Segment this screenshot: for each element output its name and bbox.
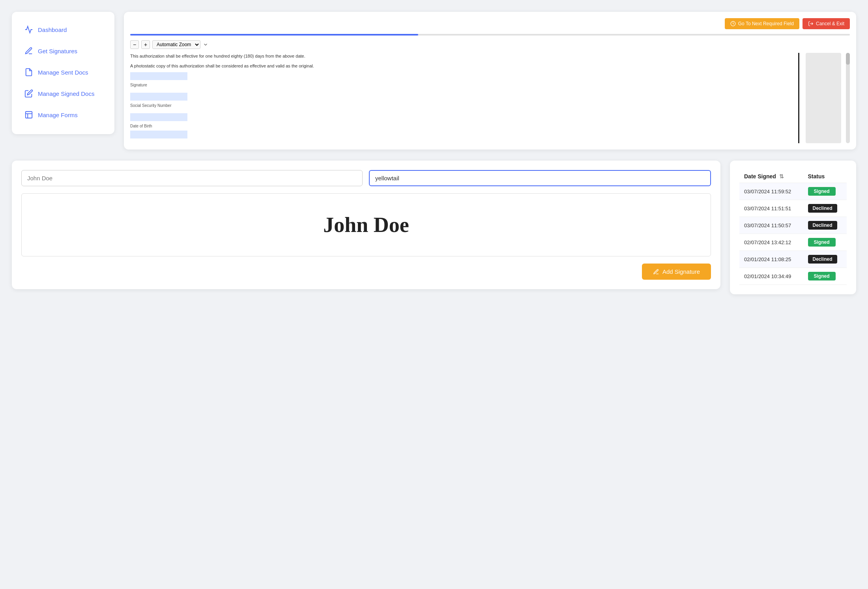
- edit-doc-icon: [24, 89, 33, 98]
- doc-viewer-panel: Go To Next Required Field Cancel & Exit …: [124, 12, 856, 150]
- sig-name-input[interactable]: [21, 170, 363, 186]
- cell-status: Signed: [803, 183, 847, 200]
- col-date-signed[interactable]: Date Signed ⇅: [739, 170, 803, 183]
- doc-scrollbar-thumb[interactable]: [846, 53, 850, 65]
- signature-field-group: Signature: [130, 72, 792, 88]
- doc-vertical-separator: [798, 53, 799, 143]
- zoom-in-button[interactable]: +: [141, 40, 150, 49]
- signature-field-box[interactable]: [130, 72, 187, 80]
- cell-status: Signed: [803, 234, 847, 251]
- cell-date: 03/07/2024 11:51:51: [739, 200, 803, 217]
- progress-fill: [130, 34, 418, 36]
- sidebar-item-label: Manage Signed Docs: [38, 90, 94, 97]
- table-row: 02/01/2024 10:34:49Signed: [739, 268, 847, 285]
- chart-icon: [24, 25, 33, 34]
- sidebar-item-label: Manage Forms: [38, 112, 78, 118]
- next-required-field-button[interactable]: Go To Next Required Field: [725, 18, 799, 29]
- cell-status: Declined: [803, 200, 847, 217]
- status-badge: Signed: [808, 187, 836, 196]
- dob-field-box-2[interactable]: [130, 131, 187, 138]
- sidebar-item-dashboard[interactable]: Dashboard: [18, 20, 108, 39]
- doc-text: This authorization shall be effective fo…: [130, 53, 792, 143]
- svg-rect-0: [26, 112, 32, 118]
- signature-panel: John Doe Add Signature: [12, 161, 720, 289]
- sidebar-item-label: Manage Sent Docs: [38, 69, 88, 76]
- progress-bar: [130, 34, 850, 36]
- doc-thumbnail-sidebar: [806, 53, 841, 143]
- cell-date: 02/01/2024 10:34:49: [739, 268, 803, 285]
- table-row: 03/07/2024 11:50:57Declined: [739, 217, 847, 234]
- sidebar-item-manage-sent[interactable]: Manage Sent Docs: [18, 62, 108, 82]
- sig-preview-text: John Doe: [323, 213, 409, 237]
- doc-para-1: This authorization shall be effective fo…: [130, 53, 792, 60]
- sidebar-item-manage-signed[interactable]: Manage Signed Docs: [18, 84, 108, 103]
- ssn-field-box[interactable]: [130, 93, 187, 101]
- zoom-toolbar: − + Automatic Zoom: [130, 40, 850, 49]
- status-badge: Signed: [808, 238, 836, 247]
- doc-para-2: A photostatic copy of this authorization…: [130, 63, 792, 69]
- status-badge: Declined: [808, 221, 837, 230]
- sig-canvas[interactable]: John Doe: [21, 193, 711, 256]
- doc-toolbar: Go To Next Required Field Cancel & Exit: [130, 18, 850, 29]
- chevron-down-icon: [203, 42, 208, 47]
- sort-icon: ⇅: [779, 173, 784, 180]
- sig-font-input[interactable]: [369, 170, 711, 186]
- cell-date: 03/07/2024 11:59:52: [739, 183, 803, 200]
- status-panel: Date Signed ⇅ Status 03/07/2024 11:59:52…: [730, 161, 856, 294]
- table-row: 02/07/2024 13:42:12Signed: [739, 234, 847, 251]
- cell-status: Declined: [803, 217, 847, 234]
- sidebar-item-label: Dashboard: [38, 26, 67, 33]
- cell-date: 02/01/2024 11:08:25: [739, 251, 803, 268]
- status-badge: Signed: [808, 272, 836, 280]
- sig-inputs-row: [21, 170, 711, 186]
- doc-scrollbar[interactable]: [846, 53, 850, 143]
- sidebar-item-label: Get Signatures: [38, 48, 77, 54]
- sidebar-item-manage-forms[interactable]: Manage Forms: [18, 105, 108, 125]
- pdf-icon: [24, 110, 33, 119]
- zoom-out-button[interactable]: −: [130, 40, 139, 49]
- ssn-field-label: Social Security Number: [130, 103, 171, 108]
- table-row: 02/01/2024 11:08:25Declined: [739, 251, 847, 268]
- pen-nib-icon: [653, 269, 659, 275]
- signature-field-label: Signature: [130, 83, 147, 87]
- doc-content: This authorization shall be effective fo…: [130, 53, 850, 143]
- doc-icon: [24, 68, 33, 77]
- dob-field-group: Date of Birth: [130, 113, 792, 138]
- status-table: Date Signed ⇅ Status 03/07/2024 11:59:52…: [739, 170, 847, 285]
- table-row: 03/07/2024 11:59:52Signed: [739, 183, 847, 200]
- dob-field-box[interactable]: [130, 113, 187, 121]
- table-row: 03/07/2024 11:51:51Declined: [739, 200, 847, 217]
- zoom-select[interactable]: Automatic Zoom: [152, 40, 200, 49]
- status-badge: Declined: [808, 255, 837, 264]
- dob-field-label: Date of Birth: [130, 124, 152, 128]
- clock-icon: [730, 21, 736, 26]
- add-signature-button[interactable]: Add Signature: [642, 264, 711, 280]
- ssn-field-group: Social Security Number: [130, 93, 792, 108]
- col-status: Status: [803, 170, 847, 183]
- status-badge: Declined: [808, 204, 837, 213]
- cell-date: 03/07/2024 11:50:57: [739, 217, 803, 234]
- cell-status: Signed: [803, 268, 847, 285]
- sig-footer: Add Signature: [21, 264, 711, 280]
- cancel-exit-button[interactable]: Cancel & Exit: [803, 18, 850, 29]
- cell-date: 02/07/2024 13:42:12: [739, 234, 803, 251]
- sidebar-item-get-signatures[interactable]: Get Signatures: [18, 41, 108, 61]
- logout-icon: [808, 21, 814, 26]
- nav-panel: Dashboard Get Signatures Manage Sent Doc…: [12, 12, 114, 134]
- pen-icon: [24, 47, 33, 55]
- cell-status: Declined: [803, 251, 847, 268]
